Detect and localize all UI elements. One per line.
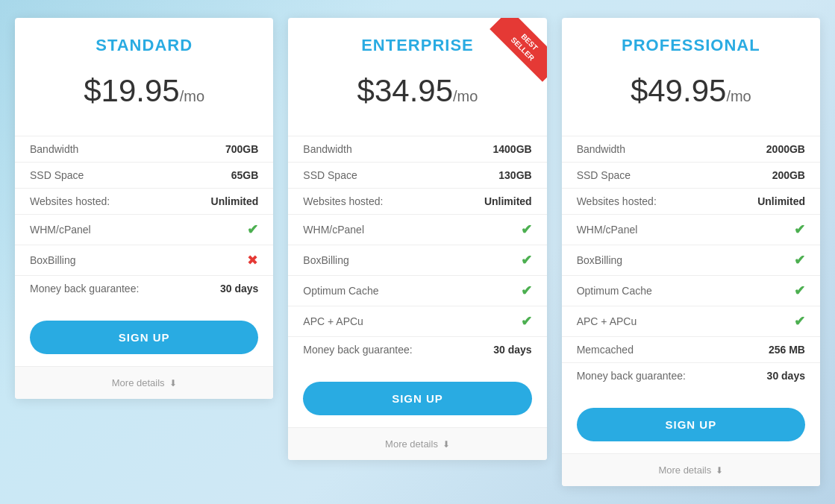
plan-header-standard: STANDARD$19.95/mo <box>15 18 273 136</box>
plan-footer-enterprise: SIGN UP <box>288 370 546 415</box>
feature-label: Websites hosted: <box>577 195 657 207</box>
plan-footer-standard: SIGN UP <box>15 309 273 354</box>
feature-label: Bandwidth <box>577 143 625 155</box>
feature-value: 256 MB <box>769 344 805 356</box>
feature-row: Bandwidth2000GB <box>562 136 820 162</box>
feature-row: BoxBilling✔ <box>288 245 546 275</box>
feature-row: Websites hosted:Unlimited <box>562 188 820 214</box>
feature-value: ✔ <box>247 221 258 238</box>
plan-features-professional: Bandwidth2000GBSSD Space200GBWebsites ho… <box>562 136 820 396</box>
plan-header-professional: PROFESSIONAL$49.95/mo <box>562 18 820 136</box>
feature-row: APC + APCu✔ <box>562 306 820 336</box>
feature-row: SSD Space130GB <box>288 162 546 188</box>
feature-row: WHM/cPanel✔ <box>15 214 273 245</box>
feature-row: Optimum Cache✔ <box>288 275 546 306</box>
feature-row: WHM/cPanel✔ <box>562 214 820 245</box>
feature-label: APC + APCu <box>303 315 363 327</box>
feature-label: Money back guarantee: <box>30 283 139 294</box>
plan-price-standard: $19.95/mo <box>84 74 204 108</box>
more-details-enterprise[interactable]: More details⬇ <box>288 427 546 460</box>
feature-row: Websites hosted:Unlimited <box>288 188 546 214</box>
feature-value: ✔ <box>794 283 805 299</box>
feature-value: Unlimited <box>211 195 259 207</box>
more-details-label: More details <box>385 438 438 450</box>
chevron-down-icon: ⬇ <box>169 378 177 388</box>
ribbon-label: BESTSELLER <box>490 18 547 82</box>
feature-row: Money back guarantee:30 days <box>562 362 820 388</box>
feature-label: APC + APCu <box>577 315 637 327</box>
feature-row: Optimum Cache✔ <box>562 275 820 306</box>
plan-features-enterprise: Bandwidth1400GBSSD Space130GBWebsites ho… <box>288 136 546 370</box>
plan-price-section-professional: $49.95/mo <box>577 61 805 121</box>
feature-value: ✖ <box>247 252 258 268</box>
plan-card-standard: STANDARD$19.95/moBandwidth700GBSSD Space… <box>15 18 273 399</box>
feature-label: SSD Space <box>30 169 84 181</box>
feature-value: ✔ <box>521 221 532 238</box>
feature-label: WHM/cPanel <box>577 224 638 236</box>
feature-value: 30 days <box>220 283 258 294</box>
plan-name-standard: STANDARD <box>30 36 258 55</box>
feature-row: Bandwidth700GB <box>15 136 273 162</box>
feature-label: Websites hosted: <box>303 195 383 207</box>
more-details-professional[interactable]: More details⬇ <box>562 453 820 486</box>
feature-label: Bandwidth <box>303 143 351 155</box>
feature-row: BoxBilling✔ <box>562 245 820 275</box>
feature-value: 30 days <box>493 344 531 356</box>
feature-row: Websites hosted:Unlimited <box>15 188 273 214</box>
chevron-down-icon: ⬇ <box>442 439 450 450</box>
more-details-label: More details <box>658 464 711 476</box>
feature-label: SSD Space <box>303 169 357 181</box>
feature-value: ✔ <box>521 283 532 299</box>
pricing-table: STANDARD$19.95/moBandwidth700GBSSD Space… <box>15 18 820 486</box>
feature-row: SSD Space65GB <box>15 162 273 188</box>
feature-value: 65GB <box>231 169 259 181</box>
signup-button-enterprise[interactable]: SIGN UP <box>303 382 531 415</box>
feature-label: Bandwidth <box>30 143 78 155</box>
feature-value: ✔ <box>794 221 805 238</box>
feature-value: ✔ <box>521 313 532 330</box>
plan-name-professional: PROFESSIONAL <box>577 36 805 55</box>
feature-label: Money back guarantee: <box>577 370 686 382</box>
feature-row: Memcached256 MB <box>562 336 820 362</box>
feature-label: Memcached <box>577 344 634 356</box>
plan-period-professional: /mo <box>726 88 751 104</box>
feature-row: APC + APCu✔ <box>288 306 546 336</box>
feature-label: Money back guarantee: <box>303 344 412 356</box>
signup-button-standard[interactable]: SIGN UP <box>30 321 258 354</box>
feature-label: SSD Space <box>577 169 631 181</box>
feature-label: BoxBilling <box>30 254 75 266</box>
feature-label: WHM/cPanel <box>30 224 91 236</box>
feature-value: Unlimited <box>484 195 532 207</box>
feature-value: 200GB <box>772 169 805 181</box>
plan-period-standard: /mo <box>180 88 204 104</box>
more-details-standard[interactable]: More details⬇ <box>15 366 273 399</box>
plan-features-standard: Bandwidth700GBSSD Space65GBWebsites host… <box>15 136 273 309</box>
plan-price-enterprise: $34.95/mo <box>357 74 478 108</box>
plan-period-enterprise: /mo <box>453 88 478 104</box>
feature-row: BoxBilling✖ <box>15 245 273 275</box>
feature-value: 2000GB <box>766 143 805 155</box>
plan-price-professional: $49.95/mo <box>631 74 751 108</box>
more-details-label: More details <box>112 377 165 388</box>
feature-label: Websites hosted: <box>30 195 110 207</box>
feature-row: SSD Space200GB <box>562 162 820 188</box>
feature-value: 30 days <box>767 370 805 382</box>
plan-price-section-standard: $19.95/mo <box>30 61 258 121</box>
feature-value: Unlimited <box>757 195 805 207</box>
feature-row: Money back guarantee:30 days <box>288 336 546 362</box>
feature-row: WHM/cPanel✔ <box>288 214 546 245</box>
feature-value: ✔ <box>521 252 532 268</box>
feature-value: 1400GB <box>493 143 532 155</box>
feature-label: Optimum Cache <box>303 285 378 297</box>
plan-card-enterprise: BESTSELLERENTERPRISE$34.95/moBandwidth14… <box>288 18 546 460</box>
chevron-down-icon: ⬇ <box>716 465 723 476</box>
feature-label: WHM/cPanel <box>303 224 364 236</box>
plan-footer-professional: SIGN UP <box>562 396 820 441</box>
feature-label: BoxBilling <box>303 254 348 266</box>
feature-value: ✔ <box>794 313 805 330</box>
feature-value: 130GB <box>498 169 531 181</box>
feature-row: Bandwidth1400GB <box>288 136 546 162</box>
feature-label: BoxBilling <box>577 254 622 266</box>
plan-card-professional: PROFESSIONAL$49.95/moBandwidth2000GBSSD … <box>562 18 820 486</box>
signup-button-professional[interactable]: SIGN UP <box>577 408 805 441</box>
